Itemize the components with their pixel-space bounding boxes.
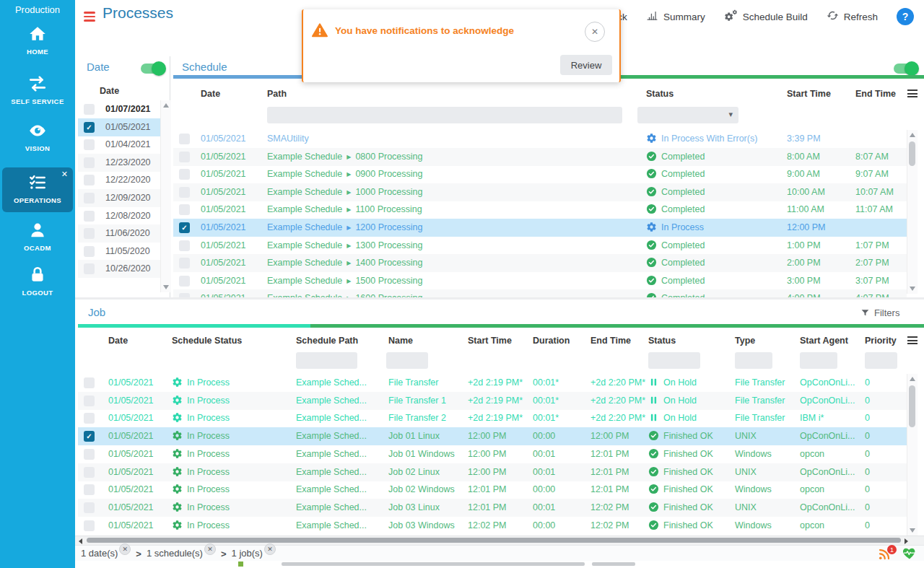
schedule-toggle[interactable]: [894, 64, 918, 74]
schedule-path-link[interactable]: Example Schedule▶1000 Processing: [267, 183, 423, 201]
job-priority-filter-input[interactable]: [865, 352, 897, 369]
job-name-link[interactable]: Job 01 Linux: [388, 427, 440, 445]
schedule-row[interactable]: 01/05/2021 Example Schedule▶1300 Process…: [173, 237, 907, 255]
job-name-link[interactable]: Job 03 Windows: [388, 517, 455, 535]
job-schedule-path-link[interactable]: Example Sched...: [296, 517, 367, 535]
scroll-up-icon[interactable]: [163, 103, 169, 108]
job-name-link[interactable]: File Transfer: [388, 374, 438, 392]
schedule-columns-menu-icon[interactable]: [907, 89, 918, 100]
row-checkbox[interactable]: [84, 139, 95, 150]
row-checkbox[interactable]: [84, 263, 95, 274]
row-checkbox[interactable]: [179, 134, 190, 144]
job-name-link[interactable]: Job 01 Windows: [388, 445, 455, 463]
row-checkbox[interactable]: [84, 157, 95, 168]
sidebar-item-self-service[interactable]: ✕ SELF SERVICE: [0, 74, 75, 105]
schedule-path-link[interactable]: Example Schedule▶0800 Processing: [267, 148, 423, 166]
summary-button[interactable]: Summary: [646, 9, 705, 24]
job-row[interactable]: 01/05/2021 In Process Example Sched... J…: [78, 499, 907, 517]
date-list-item[interactable]: 12/22/2020: [78, 171, 160, 189]
row-checkbox[interactable]: [179, 204, 190, 215]
job-status-filter-input[interactable]: [648, 352, 700, 369]
date-toggle[interactable]: [141, 64, 165, 74]
schedule-row[interactable]: 01/05/2021 Example Schedule▶0900 Process…: [173, 165, 907, 183]
refresh-button[interactable]: Refresh: [827, 9, 878, 24]
schedule-path-link[interactable]: Example Schedule▶1400 Processing: [267, 254, 423, 272]
job-row[interactable]: 01/05/2021 In Process Example Sched... F…: [78, 392, 907, 410]
row-checkbox[interactable]: [84, 413, 95, 424]
help-button[interactable]: ?: [897, 8, 914, 25]
schedule-row[interactable]: 01/05/2021 Example Schedule▶0800 Process…: [173, 148, 907, 166]
schedule-path-link[interactable]: Example Schedule▶1200 Processing: [267, 219, 423, 237]
scroll-down-icon[interactable]: [910, 287, 915, 291]
scroll-thumb[interactable]: [909, 141, 915, 166]
job-schedule-path-link[interactable]: Example Sched...: [296, 463, 367, 481]
scroll-down-icon[interactable]: [163, 285, 169, 289]
row-checkbox[interactable]: [84, 377, 95, 388]
dialog-close-icon[interactable]: ✕: [585, 22, 605, 42]
job-schedule-path-link[interactable]: Example Sched...: [296, 409, 367, 427]
row-checkbox[interactable]: ✓: [84, 122, 95, 133]
crumb-clear-icon[interactable]: ✕: [204, 543, 216, 555]
date-scrollbar[interactable]: [160, 100, 171, 292]
row-checkbox[interactable]: [84, 193, 95, 204]
scroll-thumb[interactable]: [87, 538, 901, 543]
date-list-item[interactable]: 12/09/2020: [78, 189, 160, 207]
row-checkbox[interactable]: [179, 276, 190, 287]
job-schedule-path-link[interactable]: Example Sched...: [296, 374, 367, 392]
schedule-path-link[interactable]: SMAUtility: [267, 130, 309, 148]
job-name-link[interactable]: Job 03 Linux: [388, 499, 440, 517]
row-checkbox[interactable]: [84, 175, 95, 185]
schedule-row[interactable]: 01/05/2021 SMAUtility In Process With Er…: [173, 130, 907, 148]
close-icon[interactable]: ✕: [61, 170, 68, 178]
row-checkbox[interactable]: [84, 520, 95, 531]
date-list-item[interactable]: 01/07/2021: [78, 100, 160, 118]
date-list-item[interactable]: 11/05/2020: [78, 243, 160, 261]
job-row[interactable]: 01/05/2021 In Process Example Sched... F…: [78, 374, 907, 392]
row-checkbox[interactable]: [179, 169, 190, 180]
sidebar-item-logout[interactable]: ✕ LOGOUT: [0, 266, 75, 297]
schedule-path-link[interactable]: Example Schedule▶0900 Processing: [267, 165, 423, 183]
date-list-item[interactable]: ✓ 01/05/2021: [78, 118, 160, 136]
date-list-item[interactable]: 10/26/2020: [78, 260, 160, 278]
scroll-down-icon[interactable]: [910, 528, 915, 533]
row-checkbox[interactable]: [84, 246, 95, 257]
row-checkbox[interactable]: ✓: [179, 222, 190, 233]
schedule-row[interactable]: 01/05/2021 Example Schedule▶1100 Process…: [173, 201, 907, 219]
job-row[interactable]: ✓ 01/05/2021 In Process Example Sched...…: [78, 427, 907, 445]
schedule-row[interactable]: 01/05/2021 Example Schedule▶1400 Process…: [173, 254, 907, 272]
row-checkbox[interactable]: [84, 211, 95, 222]
job-horizontal-scrollbar[interactable]: [75, 536, 924, 545]
job-schedule-path-link[interactable]: Example Sched...: [296, 427, 367, 445]
row-checkbox[interactable]: [179, 187, 190, 198]
crumb-clear-icon[interactable]: ✕: [264, 543, 276, 555]
schedule-status-filter-select[interactable]: ▾: [637, 107, 738, 123]
scroll-thumb[interactable]: [909, 385, 915, 427]
scroll-right-icon[interactable]: [905, 538, 908, 544]
crumb-clear-icon[interactable]: ✕: [119, 543, 131, 555]
job-schedule-path-filter-input[interactable]: [296, 352, 357, 369]
job-name-filter-input[interactable]: [386, 352, 428, 369]
schedule-row[interactable]: 01/05/2021 Example Schedule▶1000 Process…: [173, 183, 907, 201]
schedule-row[interactable]: ✓ 01/05/2021 Example Schedule▶1200 Proce…: [173, 219, 907, 237]
job-schedule-path-link[interactable]: Example Sched...: [296, 481, 367, 499]
row-checkbox[interactable]: [84, 396, 95, 406]
row-checkbox[interactable]: [84, 502, 95, 513]
row-checkbox[interactable]: [84, 449, 95, 460]
date-list-item[interactable]: 12/23/2020: [78, 154, 160, 172]
date-list-item[interactable]: 12/08/2020: [78, 207, 160, 225]
row-checkbox[interactable]: [179, 152, 190, 162]
job-type-filter-input[interactable]: [735, 352, 772, 369]
sidebar-item-ocadm[interactable]: ✕ OCADM: [0, 221, 75, 252]
job-name-link[interactable]: File Transfer 2: [388, 409, 446, 427]
schedule-path-filter-input[interactable]: [267, 107, 622, 123]
scroll-up-icon[interactable]: [910, 377, 915, 381]
row-checkbox[interactable]: [84, 484, 95, 495]
menu-hamburger-icon[interactable]: [84, 12, 95, 24]
job-name-link[interactable]: Job 02 Linux: [388, 463, 440, 481]
job-schedule-path-link[interactable]: Example Sched...: [296, 499, 367, 517]
schedule-build-button[interactable]: Schedule Build: [724, 9, 808, 24]
schedule-path-link[interactable]: Example Schedule▶1300 Processing: [267, 237, 423, 255]
job-scrollbar[interactable]: [907, 374, 918, 536]
scroll-left-icon[interactable]: [79, 538, 82, 544]
job-schedule-path-link[interactable]: Example Sched...: [296, 392, 367, 410]
